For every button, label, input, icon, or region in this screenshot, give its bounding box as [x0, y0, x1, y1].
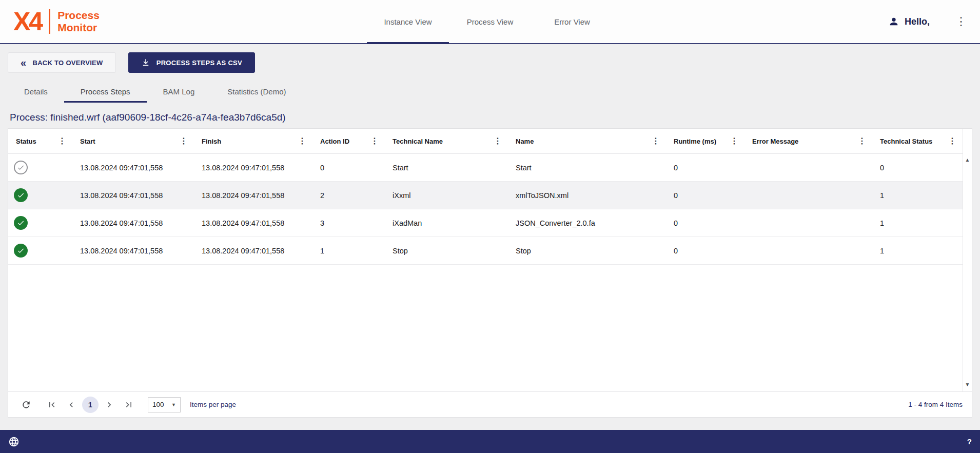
cell-start: 13.08.2024 09:47:01,558: [72, 247, 194, 255]
pagination-bar: 1 100 ▼ Items per page 1 - 4 from 4 Item…: [8, 391, 972, 417]
prev-page-button[interactable]: [63, 396, 80, 413]
table-row[interactable]: 13.08.2024 09:47:01,558 13.08.2024 09:47…: [8, 209, 963, 237]
status-check-circle-green-icon: [14, 188, 28, 202]
column-menu-icon[interactable]: ⋮: [730, 137, 738, 145]
next-page-button[interactable]: [101, 396, 118, 413]
column-header-start: Start ⋮: [72, 137, 194, 145]
refresh-icon: [21, 400, 31, 410]
back-button-label: BACK TO OVERVIEW: [32, 59, 103, 67]
last-page-button[interactable]: [120, 396, 138, 413]
logo-product-name: Process Monitor: [57, 9, 100, 34]
cell-technical-status: 1: [872, 219, 963, 227]
cell-action-id: 3: [312, 219, 385, 227]
column-menu-icon[interactable]: ⋮: [58, 137, 66, 145]
column-label: Runtime (ms): [674, 137, 716, 145]
scroll-up-icon[interactable]: ▲: [965, 157, 970, 163]
back-to-overview-button[interactable]: « BACK TO OVERVIEW: [8, 52, 116, 73]
cell-finish: 13.08.2024 09:47:01,558: [194, 191, 312, 200]
column-menu-icon[interactable]: ⋮: [370, 137, 379, 145]
column-menu-icon[interactable]: ⋮: [298, 137, 306, 145]
cell-finish: 13.08.2024 09:47:01,558: [194, 164, 312, 172]
cell-technical-status: 0: [872, 164, 963, 172]
chevron-double-left-icon: «: [21, 57, 26, 68]
tab-error-view[interactable]: Error View: [531, 0, 613, 43]
tab-instance-view[interactable]: Instance View: [367, 0, 449, 43]
status-check-circle-gray-icon: [14, 161, 28, 174]
column-header-status: Status ⋮: [8, 137, 72, 145]
cell-technical-name: iXxml: [385, 191, 508, 200]
cell-runtime: 0: [666, 219, 744, 227]
column-label: Action ID: [320, 137, 349, 145]
cell-technical-name: Stop: [385, 247, 508, 255]
process-steps-table: Status ⋮ Start ⋮ Finish ⋮ Action ID ⋮ Te…: [8, 128, 972, 418]
detail-tabs: Details Process Steps BAM Log Statistics…: [8, 80, 980, 103]
table-row[interactable]: 13.08.2024 09:47:01,558 13.08.2024 09:47…: [8, 154, 963, 182]
column-menu-icon[interactable]: ⋮: [494, 137, 502, 145]
current-page-button[interactable]: 1: [82, 397, 99, 413]
column-header-finish: Finish ⋮: [194, 137, 312, 145]
cell-technical-name: Start: [385, 164, 508, 172]
refresh-button[interactable]: [17, 396, 35, 413]
x4-logo: X4: [13, 9, 42, 34]
column-menu-icon[interactable]: ⋮: [858, 137, 866, 145]
cell-name: Stop: [508, 247, 666, 255]
column-header-runtime: Runtime (ms) ⋮: [666, 137, 744, 145]
column-menu-icon[interactable]: ⋮: [652, 137, 660, 145]
table-row[interactable]: 13.08.2024 09:47:01,558 13.08.2024 09:47…: [8, 182, 963, 209]
user-icon: [888, 16, 899, 27]
header-kebab-menu-icon[interactable]: ⋮: [955, 16, 967, 27]
column-label: Error Message: [752, 137, 798, 145]
cell-action-id: 2: [312, 191, 385, 200]
next-page-icon: [104, 400, 114, 410]
cell-action-id: 1: [312, 247, 385, 255]
select-caret-icon: ▼: [171, 402, 176, 407]
cell-technical-status: 1: [872, 247, 963, 255]
help-button[interactable]: ?: [967, 437, 972, 446]
cell-name: Start: [508, 164, 666, 172]
column-menu-icon[interactable]: ⋮: [180, 137, 188, 145]
items-range-label: 1 - 4 from 4 Items: [908, 401, 963, 408]
table-header-row: Status ⋮ Start ⋮ Finish ⋮ Action ID ⋮ Te…: [8, 129, 963, 154]
page-size-select[interactable]: 100 ▼: [148, 397, 181, 412]
status-check-circle-green-icon: [14, 216, 28, 230]
table-grid: Status ⋮ Start ⋮ Finish ⋮ Action ID ⋮ Te…: [8, 129, 963, 391]
column-header-action-id: Action ID ⋮: [312, 137, 385, 145]
cell-finish: 13.08.2024 09:47:01,558: [194, 219, 312, 227]
subtab-statistics-demo[interactable]: Statistics (Demo): [211, 80, 302, 103]
cell-technical-name: iXadMan: [385, 219, 508, 227]
table-scrollbar[interactable]: ▲ ▼: [963, 129, 972, 391]
table-row[interactable]: 13.08.2024 09:47:01,558 13.08.2024 09:47…: [8, 237, 963, 265]
cell-runtime: 0: [666, 191, 744, 200]
download-icon: [141, 58, 150, 67]
app-header: X4 Process Monitor Instance View Process…: [0, 0, 980, 44]
column-label: Finish: [202, 137, 221, 145]
main-view-tabs: Instance View Process View Error View: [367, 0, 613, 43]
column-header-error-message: Error Message ⋮: [744, 137, 872, 145]
tab-process-view[interactable]: Process View: [449, 0, 531, 43]
items-per-page-label: Items per page: [190, 401, 236, 408]
subtab-details[interactable]: Details: [8, 80, 64, 103]
process-steps-csv-button[interactable]: PROCESS STEPS AS CSV: [128, 52, 255, 73]
column-menu-icon[interactable]: ⋮: [948, 137, 956, 145]
scroll-down-icon[interactable]: ▼: [965, 382, 970, 387]
globe-icon[interactable]: [8, 436, 19, 447]
column-label: Status: [16, 137, 36, 145]
footer-bar: ?: [0, 430, 980, 453]
first-page-icon: [47, 400, 57, 410]
cell-status: [8, 244, 72, 258]
table-body: 13.08.2024 09:47:01,558 13.08.2024 09:47…: [8, 154, 963, 391]
first-page-button[interactable]: [43, 396, 61, 413]
page-size-value: 100: [152, 401, 164, 408]
status-check-circle-green-icon: [14, 244, 28, 258]
cell-start: 13.08.2024 09:47:01,558: [72, 219, 194, 227]
cell-status: [8, 188, 72, 202]
cell-status: [8, 216, 72, 230]
app-logo: X4 Process Monitor: [13, 9, 100, 34]
subtab-process-steps[interactable]: Process Steps: [64, 80, 147, 103]
column-label: Start: [80, 137, 95, 145]
column-header-name: Name ⋮: [508, 137, 666, 145]
cell-runtime: 0: [666, 247, 744, 255]
column-header-technical-status: Technical Status ⋮: [872, 137, 963, 145]
cell-runtime: 0: [666, 164, 744, 172]
subtab-bam-log[interactable]: BAM Log: [147, 80, 211, 103]
